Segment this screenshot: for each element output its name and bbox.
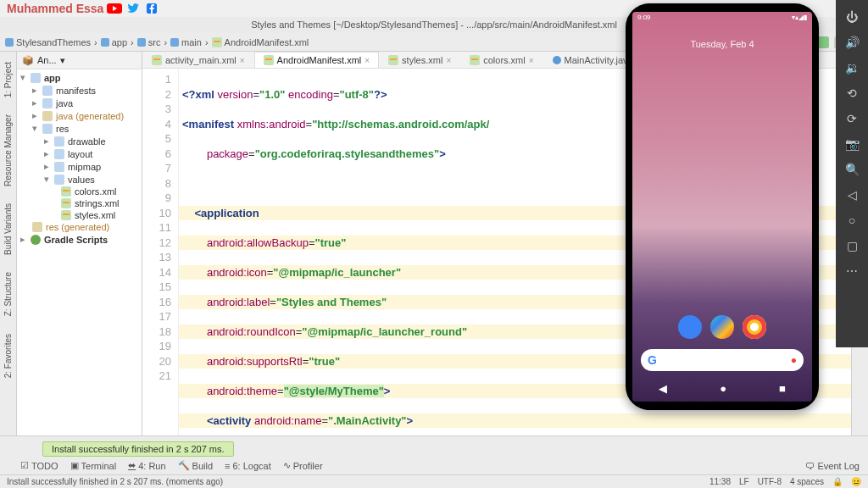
tree-app[interactable]: ▾app <box>17 71 142 84</box>
emulator-sidebar: ⏻ 🔊 🔉 ⟲ ⟳ 📷 🔍 ◁ ○ ▢ ⋯ <box>836 0 868 347</box>
status-encoding[interactable]: UTF-8 <box>758 477 782 486</box>
tree-drawable[interactable]: ▸drawable <box>17 135 142 147</box>
project-tree: ▾app ▸manifests ▸java ▸java (generated) … <box>17 69 142 436</box>
home-icon[interactable]: ○ <box>843 212 860 229</box>
back-icon[interactable]: ◁ <box>843 186 860 203</box>
emulator-dock <box>632 315 812 339</box>
left-tool-rail: 1: Project Resource Manager Build Varian… <box>0 52 17 436</box>
project-panel: 📦 An... ▾ ▾app ▸manifests ▸java ▸java (g… <box>17 52 142 436</box>
emulator-nav-bar: ◀ ● ■ <box>632 382 812 395</box>
power-icon[interactable]: ⏻ <box>843 8 860 25</box>
nav-recent-icon[interactable]: ■ <box>779 382 786 395</box>
more-icon[interactable]: ⋯ <box>843 263 860 280</box>
tree-mipmap[interactable]: ▸mipmap <box>17 160 142 173</box>
facebook-icon <box>144 3 159 14</box>
tab-run[interactable]: ⬌ 4: Run <box>128 460 165 471</box>
rail-favorites[interactable]: 2: Favorites <box>3 334 13 378</box>
status-lock-icon[interactable]: 🔒 <box>832 477 843 486</box>
nav-home-icon[interactable]: ● <box>720 382 726 395</box>
messages-app-icon[interactable] <box>678 315 702 339</box>
tab-logcat[interactable]: ≡ 6: Logcat <box>225 460 271 471</box>
debug-button[interactable] <box>817 36 829 48</box>
tree-manifests[interactable]: ▸manifests <box>17 84 142 97</box>
rail-project[interactable]: 1: Project <box>3 62 13 97</box>
rotate-left-icon[interactable]: ⟲ <box>843 85 860 102</box>
rail-resource-mgr[interactable]: Resource Manager <box>3 114 13 186</box>
tab-styles[interactable]: styles.xml× <box>379 52 460 68</box>
nav-breadcrumbs: StylesandThemes› app› src› main› Android… <box>5 37 622 47</box>
emulator-window[interactable]: 9:09▾▴◢▮ Tuesday, Feb 4 G ● ◀ ● ■ <box>626 3 819 410</box>
bottom-tool-tabs: ☑ TODO ▣ Terminal ⬌ 4: Run 🔨 Build ≡ 6: … <box>20 460 323 471</box>
rail-build-variants[interactable]: Build Variants <box>3 203 13 255</box>
twitter-icon <box>125 3 141 14</box>
event-log-button[interactable]: 🗨 Event Log <box>805 461 860 471</box>
emulator-status-bar: 9:09▾▴◢▮ <box>632 12 812 25</box>
tree-java-gen[interactable]: ▸java (generated) <box>17 109 142 122</box>
tab-build[interactable]: 🔨 Build <box>178 460 213 471</box>
chrome-icon[interactable] <box>743 315 766 339</box>
emulator-search-bar[interactable]: G ● <box>641 349 804 371</box>
camera-icon[interactable]: 📷 <box>843 136 860 152</box>
tab-profiler[interactable]: ∿ Profiler <box>283 460 323 471</box>
crumb-app[interactable]: app <box>101 37 127 47</box>
play-store-icon[interactable] <box>710 315 734 339</box>
tab-terminal[interactable]: ▣ Terminal <box>70 460 117 471</box>
status-time: 11:38 <box>709 477 731 486</box>
status-bar: Install successfully finished in 2 s 207… <box>0 474 868 488</box>
tab-manifest[interactable]: AndroidManifest.xml× <box>254 52 380 68</box>
volume-down-icon[interactable]: 🔉 <box>843 59 860 76</box>
rotate-right-icon[interactable]: ⟳ <box>843 110 860 127</box>
zoom-icon[interactable]: 🔍 <box>843 161 860 178</box>
tree-gradle[interactable]: ▸Gradle Scripts <box>17 233 142 246</box>
tree-strings-xml[interactable]: strings.xml <box>17 197 142 209</box>
tree-colors-xml[interactable]: colors.xml <box>17 186 142 197</box>
nav-back-icon[interactable]: ◀ <box>659 382 667 395</box>
crumb-project[interactable]: StylesandThemes <box>5 37 91 47</box>
overview-icon[interactable]: ▢ <box>843 237 860 254</box>
install-notification[interactable]: Install successfully finished in 2 s 207… <box>42 441 234 457</box>
tree-styles-xml[interactable]: styles.xml <box>17 209 142 221</box>
line-gutter: 123456789101112131415161718192021 <box>142 69 179 488</box>
crumb-src[interactable]: src <box>137 37 161 47</box>
status-line-sep[interactable]: LF <box>739 477 749 486</box>
project-header[interactable]: 📦 An... ▾ <box>17 52 142 69</box>
google-g-icon: G <box>648 353 657 367</box>
tab-todo[interactable]: ☑ TODO <box>20 460 58 471</box>
emulator-date: Tuesday, Feb 4 <box>632 39 812 49</box>
tree-res[interactable]: ▾res <box>17 122 142 135</box>
tab-colors[interactable]: colors.xml× <box>460 52 542 68</box>
crumb-file[interactable]: AndroidManifest.xml <box>212 37 309 47</box>
tab-activity-main[interactable]: activity_main.xml× <box>142 52 254 68</box>
tree-layout[interactable]: ▸layout <box>17 147 142 160</box>
volume-up-icon[interactable]: 🔊 <box>843 34 860 51</box>
status-indent[interactable]: 4 spaces <box>790 477 824 486</box>
tree-res-gen[interactable]: res (generated) <box>17 221 142 233</box>
youtube-icon <box>107 3 122 14</box>
emulator-screen[interactable]: 9:09▾▴◢▮ Tuesday, Feb 4 G ● ◀ ● ■ <box>632 12 812 402</box>
mic-icon[interactable]: ● <box>791 354 797 366</box>
status-message: Install successfully finished in 2 s 207… <box>7 477 223 486</box>
rail-structure[interactable]: Z: Structure <box>3 272 13 316</box>
tree-values[interactable]: ▾values <box>17 173 142 186</box>
tree-java[interactable]: ▸java <box>17 97 142 109</box>
status-mem-icon[interactable]: 😐 <box>851 477 861 486</box>
crumb-main[interactable]: main <box>170 37 202 47</box>
channel-name: Muhammed Essa <box>7 2 103 15</box>
bottom-panel: Install successfully finished in 2 s 207… <box>0 435 868 474</box>
